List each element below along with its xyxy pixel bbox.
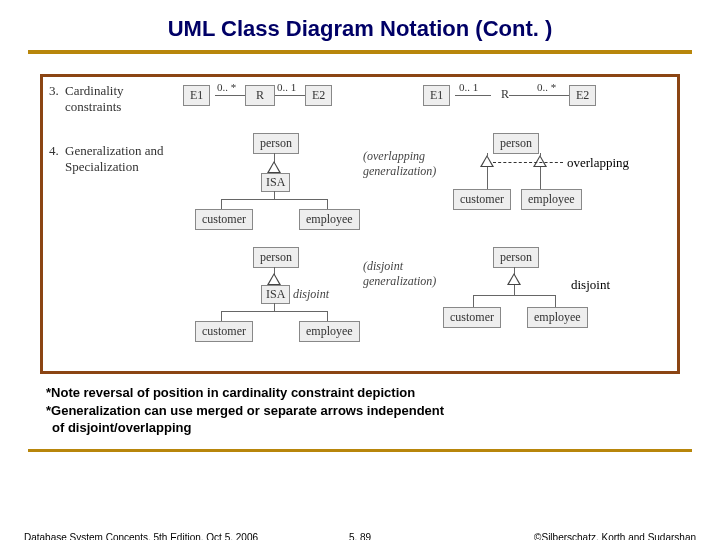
person-4: person [493, 247, 539, 268]
customer-1: customer [195, 209, 253, 230]
bottom-rule [28, 449, 692, 452]
card-b2: 0.. * [537, 81, 556, 93]
annot-overlapping: overlapping [567, 155, 629, 171]
customer-4: customer [443, 307, 501, 328]
line [455, 95, 491, 96]
line [221, 311, 222, 321]
customer-2: customer [453, 189, 511, 210]
entity-e2-a: E2 [305, 85, 332, 106]
title-rule [28, 50, 692, 54]
line [221, 199, 222, 209]
line [487, 167, 488, 189]
employee-1: employee [299, 209, 360, 230]
line [274, 303, 275, 311]
card-a2: 0.. 1 [277, 81, 296, 93]
note-line-2: *Generalization can use merged or separa… [46, 402, 674, 420]
caption-overlapping: (overlapping generalization) [363, 149, 436, 179]
line [327, 199, 328, 209]
line [473, 295, 474, 307]
isa-triangle-1 [267, 161, 281, 173]
employee-3: employee [299, 321, 360, 342]
caption-disjoint: (disjoint generalization) [363, 259, 436, 289]
section-4-num: 4. [49, 143, 59, 159]
arrow-triangle-merged [507, 273, 521, 285]
line [473, 295, 555, 296]
employee-2: employee [521, 189, 582, 210]
entity-e1-a: E1 [183, 85, 210, 106]
relationship-r-a: R [245, 85, 275, 106]
note-line-3: of disjoint/overlapping [46, 419, 674, 437]
line [514, 285, 515, 295]
note-line-1: *Note reversal of position in cardinalit… [46, 384, 674, 402]
dash-overlap [493, 162, 563, 163]
isa-label-2: ISA [261, 285, 290, 304]
entity-e2-b: E2 [569, 85, 596, 106]
disjoint-tag: disjoint [293, 287, 329, 302]
card-a1: 0.. * [217, 81, 236, 93]
employee-4: employee [527, 307, 588, 328]
person-2: person [493, 133, 539, 154]
footer-right: ©Silberschatz, Korth and Sudarshan [534, 532, 696, 540]
line [509, 95, 569, 96]
slide-title: UML Class Diagram Notation (Cont. ) [0, 0, 720, 50]
line [215, 95, 245, 96]
section-3-label: Cardinality constraints [65, 83, 155, 115]
isa-triangle-2 [267, 273, 281, 285]
line [221, 199, 327, 200]
card-b1: 0.. 1 [459, 81, 478, 93]
line [540, 153, 541, 157]
line [555, 295, 556, 307]
person-1: person [253, 133, 299, 154]
line [327, 311, 328, 321]
diagram-frame: 3. Cardinality constraints E1 0.. * R 0.… [40, 74, 680, 374]
section-4-label: Generalization and Specialization [65, 143, 185, 175]
line [221, 311, 327, 312]
section-3-num: 3. [49, 83, 59, 99]
annot-disjoint: disjoint [571, 277, 610, 293]
customer-3: customer [195, 321, 253, 342]
line [275, 95, 305, 96]
line [487, 153, 488, 157]
line [540, 167, 541, 189]
person-3: person [253, 247, 299, 268]
notes-block: *Note reversal of position in cardinalit… [46, 384, 674, 437]
isa-label-1: ISA [261, 173, 290, 192]
line [274, 191, 275, 199]
entity-e1-b: E1 [423, 85, 450, 106]
